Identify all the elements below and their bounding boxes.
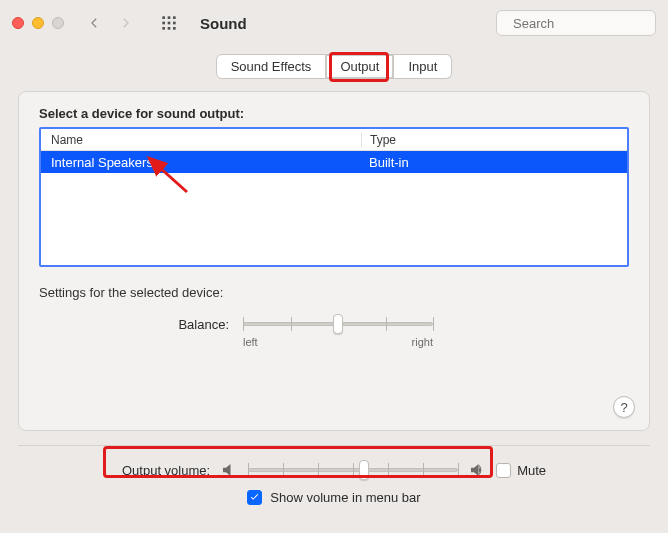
window-controls	[12, 17, 64, 29]
help-button[interactable]: ?	[613, 396, 635, 418]
mute-control[interactable]: Mute	[496, 463, 546, 478]
window-title: Sound	[200, 15, 247, 32]
select-device-label: Select a device for sound output:	[39, 106, 629, 121]
minimize-window-button[interactable]	[32, 17, 44, 29]
output-volume-row: Output volume: Mute	[18, 460, 650, 480]
svg-rect-5	[173, 22, 176, 25]
svg-rect-8	[173, 27, 176, 30]
table-row[interactable]: Internal Speakers Built-in	[41, 151, 627, 173]
table-header: Name Type	[41, 129, 627, 151]
output-volume-slider[interactable]	[248, 460, 458, 480]
column-name[interactable]: Name	[51, 133, 361, 147]
output-panel: Select a device for sound output: Name T…	[18, 91, 650, 431]
zoom-window-button[interactable]	[52, 17, 64, 29]
mute-checkbox[interactable]	[496, 463, 511, 478]
svg-rect-0	[162, 16, 165, 19]
check-icon	[249, 492, 260, 503]
balance-row: Balance:	[39, 314, 629, 334]
show-volume-label: Show volume in menu bar	[270, 490, 420, 505]
back-button[interactable]	[82, 11, 106, 35]
close-window-button[interactable]	[12, 17, 24, 29]
balance-left-label: left	[243, 336, 258, 348]
tab-input[interactable]: Input	[394, 54, 452, 79]
search-field[interactable]	[496, 10, 656, 36]
mute-label: Mute	[517, 463, 546, 478]
chevron-left-icon	[87, 16, 101, 30]
search-input[interactable]	[511, 15, 668, 32]
speaker-high-icon	[468, 461, 486, 479]
titlebar: Sound	[0, 0, 668, 46]
tab-output[interactable]: Output	[326, 54, 394, 79]
chevron-right-icon	[119, 16, 133, 30]
balance-lr-labels: left right	[243, 336, 433, 348]
speaker-low-icon	[220, 461, 238, 479]
output-volume-label: Output volume:	[122, 463, 210, 478]
balance-right-label: right	[412, 336, 433, 348]
device-type: Built-in	[361, 155, 627, 170]
grid-icon	[161, 15, 177, 31]
svg-rect-4	[168, 22, 171, 25]
svg-rect-6	[162, 27, 165, 30]
settings-for-device-label: Settings for the selected device:	[39, 285, 629, 300]
tab-sound-effects[interactable]: Sound Effects	[216, 54, 327, 79]
column-type[interactable]: Type	[361, 133, 627, 147]
svg-rect-7	[168, 27, 171, 30]
svg-rect-2	[173, 16, 176, 19]
tab-bar: Sound Effects Output Input	[0, 54, 668, 79]
footer: Output volume: Mute Show volume in menu …	[0, 446, 668, 505]
forward-button[interactable]	[114, 11, 138, 35]
balance-label: Balance:	[159, 317, 229, 332]
device-name: Internal Speakers	[51, 155, 361, 170]
balance-slider[interactable]	[243, 314, 433, 334]
show-volume-checkbox[interactable]	[247, 490, 262, 505]
device-table[interactable]: Name Type Internal Speakers Built-in	[39, 127, 629, 267]
svg-rect-1	[168, 16, 171, 19]
show-volume-row: Show volume in menu bar	[18, 490, 650, 505]
svg-rect-3	[162, 22, 165, 25]
show-all-button[interactable]	[158, 12, 180, 34]
